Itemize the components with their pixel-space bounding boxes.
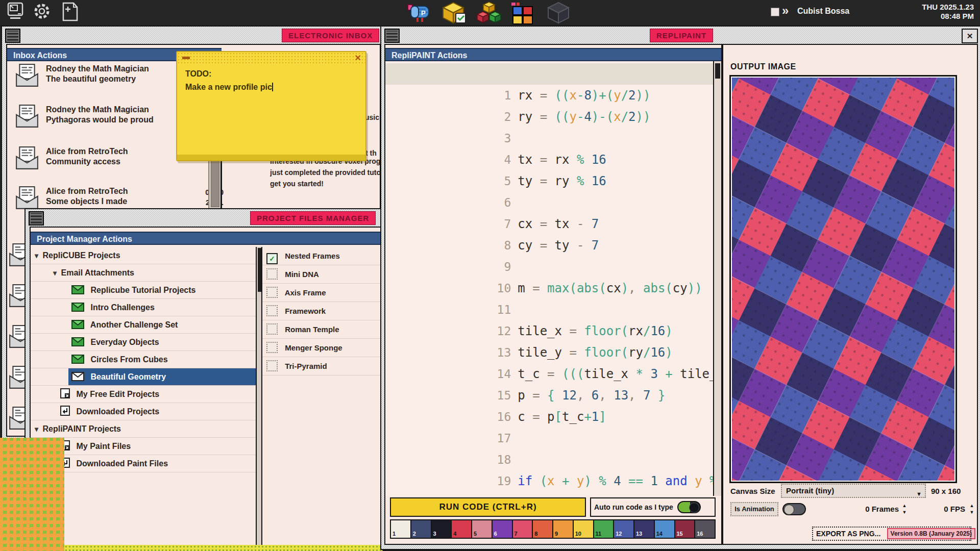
palette-swatch[interactable]: 10	[574, 520, 594, 538]
output-image-label: OUTPUT IMAGE	[730, 62, 796, 71]
file-item[interactable]: ✓ Nested Frames	[262, 247, 381, 265]
palette-swatch-number: 13	[636, 531, 642, 537]
palette-swatch-number: 11	[596, 531, 602, 537]
file-item-label: Framework	[285, 307, 326, 315]
sticky-note-text[interactable]: TODO: Make a new profile pic	[185, 67, 273, 94]
canvas-size-label: Canvas Size	[730, 487, 775, 495]
palette-swatch[interactable]: 15	[675, 520, 696, 538]
tree-item[interactable]: ▾ Another Challenge Set	[31, 316, 256, 334]
tree-item[interactable]: ▾ My Paint Files	[31, 438, 256, 455]
project-titlebar[interactable]: PROJECT FILES MANAGER	[26, 209, 384, 227]
tree-item[interactable]: ▾ Everyday Objects	[31, 334, 256, 351]
computer-icon[interactable]	[7, 2, 24, 22]
palette-swatch-number: 10	[575, 531, 581, 537]
line-number: 9	[488, 256, 518, 278]
checkbox[interactable]	[266, 360, 278, 371]
palette-swatch[interactable]: 12	[614, 520, 634, 538]
palette-swatch[interactable]: 8	[533, 520, 553, 538]
replipaint-actions-menu[interactable]: RepliPAINT Actions	[385, 48, 721, 61]
tree-item-label: Downloaded Paint Files	[76, 459, 168, 468]
palette-swatch[interactable]: 6	[493, 520, 513, 538]
file-item[interactable]: Menger Sponge	[262, 339, 381, 357]
file-item[interactable]: Roman Temple	[262, 320, 381, 339]
checkbox[interactable]	[266, 342, 278, 353]
checkbox[interactable]	[266, 268, 278, 280]
close-icon[interactable]: ✕	[962, 29, 978, 43]
voxel-cube-icon[interactable]	[546, 2, 571, 24]
tree-item[interactable]: ▾ Beautiful Geometry	[31, 368, 256, 386]
tree-item[interactable]: ▾ My Free Edit Projects	[31, 386, 256, 403]
scrollbar-thumb[interactable]	[211, 159, 219, 207]
tree-item[interactable]: ▾ Downloaded Paint Files	[31, 455, 256, 472]
file-item[interactable]: Tri-Pyramid	[262, 357, 381, 375]
file-item[interactable]: Mini DNA	[262, 265, 381, 284]
stop-icon[interactable]	[771, 8, 779, 16]
project-scrollbar[interactable]	[256, 247, 262, 546]
code-editor[interactable]: 1rx = ((x-8)+(y/2)) 2ry = ((y-4)-(x/2)) …	[385, 61, 721, 496]
palette-swatch[interactable]: 1	[391, 520, 411, 538]
palette-swatch[interactable]: 16	[695, 520, 715, 538]
palette-swatch[interactable]: 7	[513, 520, 533, 538]
open-envelope-icon	[15, 146, 39, 172]
palette-squares-icon[interactable]	[511, 3, 535, 25]
scrollbar-thumb[interactable]	[258, 248, 261, 292]
is-animation-toggle[interactable]	[782, 503, 806, 515]
palette-swatch[interactable]: 3	[432, 520, 452, 538]
mailbox-icon[interactable]: P	[407, 2, 432, 23]
file-item-label: Tri-Pyramid	[285, 362, 327, 370]
envelope-icon	[71, 300, 84, 317]
tree-item[interactable]: ▾ Circles From Cubes	[31, 351, 256, 368]
file-item[interactable]: Framework	[262, 302, 381, 320]
palette-swatch[interactable]: 9	[553, 520, 574, 538]
autorun-toggle[interactable]	[677, 501, 701, 513]
line-number: 20	[488, 492, 518, 496]
next-track-chevrons-icon[interactable]: »	[782, 4, 789, 18]
canvas-dimensions: 90 x 160	[931, 487, 961, 495]
file-item[interactable]: Axis Frame	[262, 284, 381, 302]
replicube-cubes-icon[interactable]	[477, 2, 501, 25]
tree-item[interactable]: ▾ RepliPAINT Projects	[31, 420, 256, 438]
replipaint-titlebar[interactable]: REPLIPAINT ✕	[381, 27, 980, 44]
tree-item[interactable]: ▾ Intro Challenges	[31, 299, 256, 316]
editor-scrollbar[interactable]	[713, 61, 721, 496]
checkbox[interactable]	[266, 287, 278, 298]
sticky-note[interactable]: ✕ TODO: Make a new profile pic	[176, 51, 366, 161]
line-number: 17	[488, 428, 518, 449]
palette-swatch[interactable]: 14	[655, 520, 675, 538]
checkbox[interactable]: ✓	[266, 253, 278, 264]
palette-swatch[interactable]: 13	[634, 520, 655, 538]
inbox-titlebar[interactable]: ELECTRONIC INBOX	[2, 27, 383, 44]
project-file-list: ✓ Nested Frames Mini DNA Axis Frame Fram…	[262, 247, 381, 546]
line-number: 1	[488, 85, 518, 106]
text-caret	[272, 83, 273, 91]
tree-item[interactable]: ▾ Replicube Tutorial Projects	[31, 282, 256, 299]
palette-swatch[interactable]: 5	[472, 520, 493, 538]
sticky-note-header[interactable]: ✕	[177, 52, 365, 64]
tree-item[interactable]: ▾ RepliCUBE Projects	[31, 247, 256, 264]
replipaint-window-icon	[384, 29, 400, 43]
palette-swatch[interactable]: 11	[594, 520, 615, 538]
palette-swatch-number: 7	[514, 531, 518, 537]
minimize-icon[interactable]	[182, 57, 190, 59]
palette-swatch[interactable]: 2	[411, 520, 432, 538]
new-document-icon[interactable]	[61, 2, 79, 23]
frames-stepper[interactable]: ▲▼	[901, 503, 908, 516]
line-number: 16	[488, 406, 518, 428]
export-png-button[interactable]: EXPORT AS PNG...	[812, 527, 971, 541]
gear-icon[interactable]	[33, 2, 51, 22]
checkbox[interactable]	[266, 323, 278, 335]
scrollbar-thumb[interactable]	[715, 63, 720, 79]
project-actions-menu[interactable]: Project Manager Actions	[31, 232, 381, 245]
fps-stepper[interactable]: ▲▼	[968, 503, 975, 516]
tree-item[interactable]: ▾ Email Attachments	[31, 264, 256, 282]
replicube-check-icon[interactable]	[442, 2, 467, 24]
mail-from: Alice from RetroTech	[46, 146, 128, 157]
close-icon[interactable]: ✕	[355, 53, 361, 63]
canvas-size-dropdown[interactable]: Portrait (tiny) ▼	[781, 484, 926, 498]
line-number: 7	[488, 213, 518, 235]
palette-swatch[interactable]: 4	[452, 520, 472, 538]
checkbox[interactable]	[266, 305, 278, 316]
tree-item[interactable]: ▾ Downloaded Projects	[31, 403, 256, 420]
run-code-button[interactable]: RUN CODE (CTRL+R)	[390, 497, 586, 517]
frames-value: 0 Frames	[848, 505, 899, 513]
